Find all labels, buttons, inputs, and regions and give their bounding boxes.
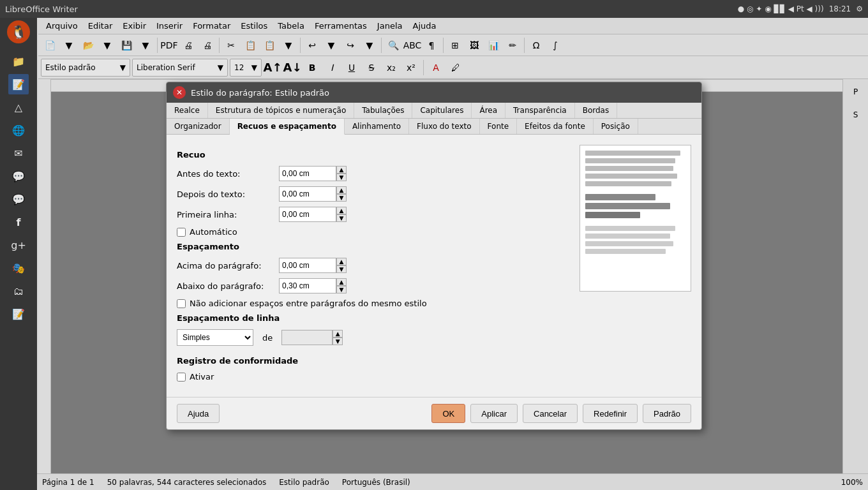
paragraph-style-dialog: ✕ Estilo do parágrafo: Estilo padrão Rea… [166, 82, 702, 430]
topbar-icons: ● ◎ ✦ ◉ ▊▊ ◀ Pt ◀ ))) [738, 4, 824, 13]
spinner-abaixo-down[interactable]: ▼ [336, 286, 347, 293]
spinner-abaixo: ▲ ▼ [336, 278, 347, 293]
preview-line-3 [585, 166, 673, 171]
spinner-depois-up[interactable]: ▲ [336, 186, 347, 194]
spinner-antes-up[interactable]: ▲ [336, 166, 347, 174]
checkbox-automatico[interactable] [177, 228, 186, 237]
row-primeira: Primeira linha: ▲ ▼ [177, 207, 569, 222]
spinner-acima-down[interactable]: ▼ [336, 265, 347, 273]
row-ativar: Ativar [177, 372, 569, 382]
preview-line-1 [585, 151, 680, 156]
spinner-primeira: ▲ ▼ [336, 207, 347, 222]
input-depois[interactable] [279, 186, 336, 202]
section-linha-title: Espaçamento de linha [177, 313, 569, 323]
input-antes[interactable] [279, 166, 336, 181]
tab-realce[interactable]: Realce [167, 103, 208, 118]
dialog-close-button[interactable]: ✕ [173, 86, 186, 99]
checkbox-ativar[interactable] [177, 373, 186, 382]
tab-fonte[interactable]: Fonte [480, 119, 518, 134]
dialog-body: Recuo Antes do texto: ▲ ▼ [167, 135, 701, 397]
app-title: LibreOffice Writer [5, 4, 78, 14]
spinner-de: ▲ ▼ [333, 330, 343, 345]
input-acima-wrap: ▲ ▼ [279, 258, 347, 273]
de-label: de [258, 333, 276, 343]
label-automatico: Automático [190, 227, 237, 237]
line-spacing-select-wrap: Simples 1,5 linhas Duplo Proporcional [177, 329, 253, 346]
tab-posicao[interactable]: Posição [594, 119, 638, 134]
dialog-main-col: Recuo Antes do texto: ▲ ▼ [177, 145, 569, 387]
paragraph-preview [580, 145, 691, 292]
preview-line-5 [585, 181, 671, 186]
dialog-footer: Ajuda OK Aplicar Cancelar Redefinir Padr… [167, 397, 701, 429]
label-primeira: Primeira linha: [177, 210, 279, 219]
tab-tabulacoes[interactable]: Tabulações [354, 103, 412, 118]
dialog-columns: Recuo Antes do texto: ▲ ▼ [177, 145, 691, 387]
checkbox-naoadicionar[interactable] [177, 299, 186, 308]
spinner-antes-down[interactable]: ▼ [336, 174, 347, 181]
btn-cancelar[interactable]: Cancelar [523, 404, 578, 423]
tab-efeitos[interactable]: Efeitos da fonte [517, 119, 594, 134]
input-antes-wrap: ▲ ▼ [279, 166, 347, 181]
dialog-tabs-row2: Organizador Recuos e espaçamento Alinham… [167, 119, 701, 135]
preview-line-11 [585, 241, 673, 246]
tab-organizador[interactable]: Organizador [167, 119, 230, 134]
label-depois: Depois do texto: [177, 189, 279, 199]
tab-transparencia[interactable]: Transparência [505, 103, 575, 118]
input-de[interactable] [281, 330, 333, 345]
preview-line-2 [585, 158, 675, 163]
footer-spacer [225, 404, 426, 423]
topbar: LibreOffice Writer ● ◎ ✦ ◉ ▊▊ ◀ Pt ◀ )))… [0, 0, 868, 18]
tab-recuos[interactable]: Recuos e espaçamento [230, 119, 345, 135]
preview-line-12 [585, 249, 666, 254]
spinner-de-down[interactable]: ▼ [333, 338, 343, 345]
input-primeira[interactable] [279, 207, 336, 222]
row-line-spacing: Simples 1,5 linhas Duplo Proporcional de [177, 329, 569, 346]
preview-line-7 [585, 203, 670, 209]
tab-area[interactable]: Área [472, 103, 505, 118]
label-acima: Acima do parágrafo: [177, 261, 279, 271]
dialog-overlay: ✕ Estilo do parágrafo: Estilo padrão Rea… [0, 18, 868, 490]
input-abaixo-wrap: ▲ ▼ [279, 278, 347, 293]
dialog-title: Estilo do parágrafo: Estilo padrão [191, 88, 329, 98]
lo-window: Arquivo Editar Exibir Inserir Formatar E… [0, 18, 868, 490]
input-de-wrap: ▲ ▼ [281, 330, 343, 345]
section-registro-title: Registro de conformidade [177, 356, 569, 366]
row-acima: Acima do parágrafo: ▲ ▼ [177, 258, 569, 273]
tab-bordas[interactable]: Bordas [575, 103, 618, 118]
label-naoadicionar: Não adicionar espaços entre parágrafos d… [190, 299, 427, 308]
row-antes: Antes do texto: ▲ ▼ [177, 166, 569, 181]
input-primeira-wrap: ▲ ▼ [279, 207, 347, 222]
row-abaixo: Abaixo do parágrafo: ▲ ▼ [177, 278, 569, 293]
label-abaixo: Abaixo do parágrafo: [177, 281, 279, 291]
spinner-abaixo-up[interactable]: ▲ [336, 278, 347, 286]
btn-redefinir[interactable]: Redefinir [583, 404, 638, 423]
preview-line-4 [585, 174, 677, 179]
input-acima[interactable] [279, 258, 336, 273]
spinner-acima-up[interactable]: ▲ [336, 258, 347, 265]
tab-alinhamento[interactable]: Alinhamento [345, 119, 409, 134]
topbar-time: 18:21 [829, 4, 851, 13]
input-abaixo[interactable] [279, 278, 336, 293]
tab-estrutura[interactable]: Estrutura de tópicos e numeração [208, 103, 354, 118]
topbar-gear[interactable]: ⚙ [856, 4, 863, 13]
btn-aplicar[interactable]: Aplicar [470, 404, 518, 423]
btn-ajuda[interactable]: Ajuda [177, 404, 220, 423]
spinner-depois-down[interactable]: ▼ [336, 194, 347, 202]
spinner-primeira-down[interactable]: ▼ [336, 214, 347, 222]
tab-fluxo[interactable]: Fluxo do texto [409, 119, 480, 134]
spinner-primeira-up[interactable]: ▲ [336, 207, 347, 214]
spinner-antes: ▲ ▼ [336, 166, 347, 181]
btn-padrao[interactable]: Padrão [643, 404, 691, 423]
row-depois: Depois do texto: ▲ ▼ [177, 186, 569, 202]
section-espacamento-title: Espaçamento [177, 242, 569, 251]
preview-gap-1 [585, 189, 685, 191]
section-recuo-title: Recuo [177, 150, 569, 160]
preview-gap-2 [585, 221, 685, 223]
dialog-tabs-row1: Realce Estrutura de tópicos e numeração … [167, 103, 701, 119]
btn-ok[interactable]: OK [431, 404, 465, 423]
line-spacing-select[interactable]: Simples 1,5 linhas Duplo Proporcional [177, 329, 253, 346]
preview-line-10 [585, 234, 670, 239]
spinner-de-up[interactable]: ▲ [333, 330, 343, 338]
label-antes: Antes do texto: [177, 169, 279, 179]
tab-capitulares[interactable]: Capitulares [412, 103, 472, 118]
